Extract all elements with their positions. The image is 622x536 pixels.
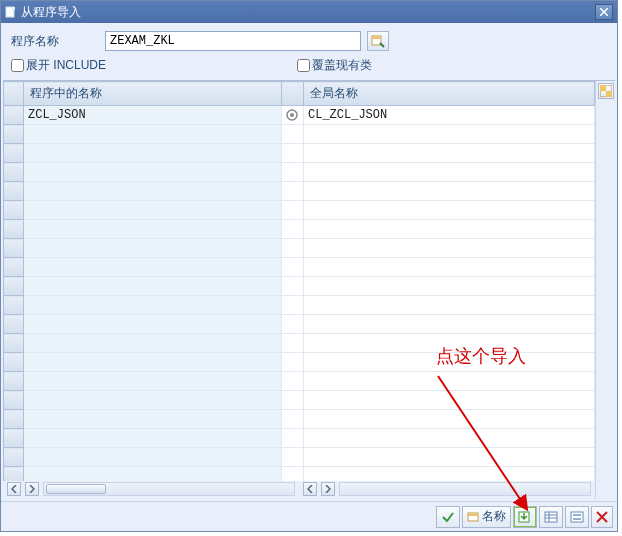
- scroll-thumb-1[interactable]: [46, 484, 106, 494]
- cell-status-icon[interactable]: [282, 372, 304, 391]
- cell-global-name[interactable]: [304, 163, 595, 182]
- cell-status-icon[interactable]: [282, 277, 304, 296]
- table-row[interactable]: [4, 144, 595, 163]
- table-row[interactable]: [4, 467, 595, 482]
- cell-status-icon[interactable]: [282, 315, 304, 334]
- cell-global-name[interactable]: [304, 315, 595, 334]
- row-selector[interactable]: [4, 315, 24, 334]
- row-selector[interactable]: [4, 163, 24, 182]
- cell-global-name[interactable]: [304, 220, 595, 239]
- row-selector[interactable]: [4, 182, 24, 201]
- cell-global-name[interactable]: [304, 296, 595, 315]
- cell-global-name[interactable]: [304, 467, 595, 482]
- cell-program-name[interactable]: [24, 467, 282, 482]
- row-selector[interactable]: [4, 448, 24, 467]
- cell-program-name[interactable]: [24, 220, 282, 239]
- cell-status-icon[interactable]: [282, 163, 304, 182]
- cell-status-icon[interactable]: [282, 144, 304, 163]
- table-row[interactable]: [4, 182, 595, 201]
- table-row[interactable]: [4, 448, 595, 467]
- cell-program-name[interactable]: [24, 429, 282, 448]
- cell-program-name[interactable]: [24, 239, 282, 258]
- table-row[interactable]: [4, 372, 595, 391]
- scroll-left-1[interactable]: [7, 482, 21, 496]
- row-selector[interactable]: [4, 106, 24, 125]
- row-selector[interactable]: [4, 467, 24, 482]
- cell-status-icon[interactable]: [282, 410, 304, 429]
- row-selector[interactable]: [4, 410, 24, 429]
- overwrite-checkbox[interactable]: [297, 59, 310, 72]
- cell-global-name[interactable]: [304, 201, 595, 220]
- row-selector[interactable]: [4, 125, 24, 144]
- scroll-right-1[interactable]: [25, 482, 39, 496]
- cell-status-icon[interactable]: [282, 220, 304, 239]
- cell-status-icon[interactable]: [282, 334, 304, 353]
- cancel-button[interactable]: [591, 506, 613, 528]
- cell-global-name[interactable]: [304, 239, 595, 258]
- row-selector[interactable]: [4, 220, 24, 239]
- cell-status-icon[interactable]: [282, 429, 304, 448]
- cell-global-name[interactable]: [304, 391, 595, 410]
- table-row[interactable]: [4, 277, 595, 296]
- cell-global-name[interactable]: [304, 182, 595, 201]
- table-settings-button[interactable]: [598, 83, 614, 99]
- table-row[interactable]: [4, 163, 595, 182]
- table-row[interactable]: [4, 125, 595, 144]
- row-selector[interactable]: [4, 429, 24, 448]
- cell-status-icon[interactable]: [282, 296, 304, 315]
- cell-status-icon[interactable]: [282, 125, 304, 144]
- row-selector[interactable]: [4, 296, 24, 315]
- settings-button[interactable]: [565, 506, 589, 528]
- table-row[interactable]: [4, 315, 595, 334]
- cell-global-name[interactable]: [304, 448, 595, 467]
- table-row[interactable]: ZCL_JSONCL_ZCL_JSON: [4, 106, 595, 125]
- cell-program-name[interactable]: [24, 391, 282, 410]
- row-selector[interactable]: [4, 372, 24, 391]
- cell-program-name[interactable]: [24, 296, 282, 315]
- cell-program-name[interactable]: [24, 125, 282, 144]
- program-name-input[interactable]: [105, 31, 361, 51]
- cell-program-name[interactable]: [24, 353, 282, 372]
- cell-status-icon[interactable]: [282, 182, 304, 201]
- table-row[interactable]: [4, 410, 595, 429]
- row-selector[interactable]: [4, 258, 24, 277]
- scroll-left-2[interactable]: [303, 482, 317, 496]
- table-row[interactable]: [4, 258, 595, 277]
- cell-status-icon[interactable]: [282, 201, 304, 220]
- cell-status-icon[interactable]: [282, 239, 304, 258]
- close-button[interactable]: [595, 4, 613, 20]
- table-row[interactable]: [4, 353, 595, 372]
- row-selector[interactable]: [4, 239, 24, 258]
- table-row[interactable]: [4, 239, 595, 258]
- col-status-icon[interactable]: [282, 82, 304, 106]
- cell-status-icon[interactable]: [282, 467, 304, 482]
- row-selector[interactable]: [4, 201, 24, 220]
- cell-program-name[interactable]: [24, 334, 282, 353]
- cell-global-name[interactable]: [304, 372, 595, 391]
- row-selector[interactable]: [4, 277, 24, 296]
- row-selector[interactable]: [4, 391, 24, 410]
- row-selector[interactable]: [4, 353, 24, 372]
- cell-program-name[interactable]: [24, 182, 282, 201]
- table-row[interactable]: [4, 201, 595, 220]
- cell-global-name[interactable]: [304, 334, 595, 353]
- scroll-right-2[interactable]: [321, 482, 335, 496]
- name-button[interactable]: 名称: [462, 506, 511, 528]
- cell-program-name[interactable]: [24, 163, 282, 182]
- cell-program-name[interactable]: [24, 372, 282, 391]
- table-row[interactable]: [4, 391, 595, 410]
- table-row[interactable]: [4, 296, 595, 315]
- cell-program-name[interactable]: [24, 144, 282, 163]
- scroll-track-2[interactable]: [339, 482, 591, 496]
- col-global-name[interactable]: 全局名称: [304, 82, 595, 106]
- cell-global-name[interactable]: [304, 410, 595, 429]
- cell-program-name[interactable]: [24, 410, 282, 429]
- row-selector[interactable]: [4, 144, 24, 163]
- cell-status-icon[interactable]: [282, 353, 304, 372]
- cell-program-name[interactable]: [24, 448, 282, 467]
- cell-program-name[interactable]: [24, 315, 282, 334]
- table-row[interactable]: [4, 429, 595, 448]
- cell-program-name[interactable]: [24, 201, 282, 220]
- cell-global-name[interactable]: [304, 144, 595, 163]
- table-view-button[interactable]: [539, 506, 563, 528]
